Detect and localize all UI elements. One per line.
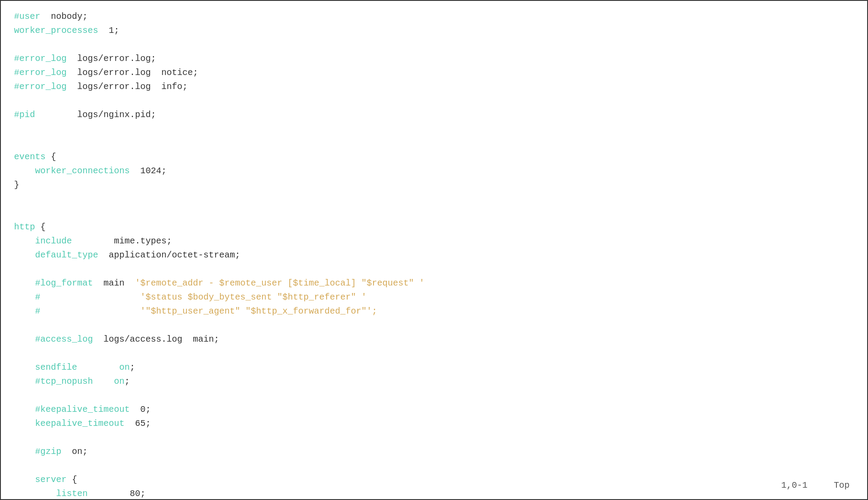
code-line: worker_connections 1024; — [14, 164, 854, 178]
code-line — [14, 136, 854, 150]
code-line: } — [14, 178, 854, 192]
code-line: #error_log logs/error.log notice; — [14, 66, 854, 80]
code-line — [14, 318, 854, 332]
code-line: #log_format main '$remote_addr - $remote… — [14, 276, 854, 290]
code-line — [14, 206, 854, 220]
code-line — [14, 389, 854, 403]
code-line: events { — [14, 150, 854, 164]
code-line — [14, 346, 854, 361]
code-line: keepalive_timeout 65; — [14, 417, 854, 431]
code-line — [14, 38, 854, 52]
code-content[interactable]: #user nobody;worker_processes 1; #error_… — [1, 1, 867, 500]
code-line: #keepalive_timeout 0; — [14, 403, 854, 417]
code-line: #access_log logs/access.log main; — [14, 332, 854, 346]
code-line — [14, 122, 854, 136]
code-line: server { — [14, 473, 854, 487]
code-line: #pid logs/nginx.pid; — [14, 108, 854, 122]
code-line: default_type application/octet-stream; — [14, 248, 854, 262]
code-line: #tcp_nopush on; — [14, 375, 854, 389]
code-line: #error_log logs/error.log info; — [14, 80, 854, 94]
code-line — [14, 192, 854, 206]
code-line: listen 80; — [14, 487, 854, 500]
status-bar: 1,0-1 Top — [781, 480, 850, 490]
code-line — [14, 94, 854, 108]
code-line: #gzip on; — [14, 445, 854, 459]
code-line — [14, 459, 854, 473]
scroll-position: Top — [834, 480, 850, 490]
code-line: sendfile on; — [14, 361, 854, 375]
editor-container: #user nobody;worker_processes 1; #error_… — [0, 0, 868, 500]
code-line: include mime.types; — [14, 234, 854, 248]
code-line: #error_log logs/error.log; — [14, 52, 854, 66]
cursor-position: 1,0-1 — [781, 480, 808, 490]
code-line — [14, 262, 854, 276]
code-line: # '$status $body_bytes_sent "$http_refer… — [14, 290, 854, 304]
code-line: worker_processes 1; — [14, 24, 854, 38]
code-line: # '"$http_user_agent" "$http_x_forwarded… — [14, 304, 854, 318]
code-line: #user nobody; — [14, 10, 854, 24]
code-line — [14, 431, 854, 445]
code-line: http { — [14, 220, 854, 234]
